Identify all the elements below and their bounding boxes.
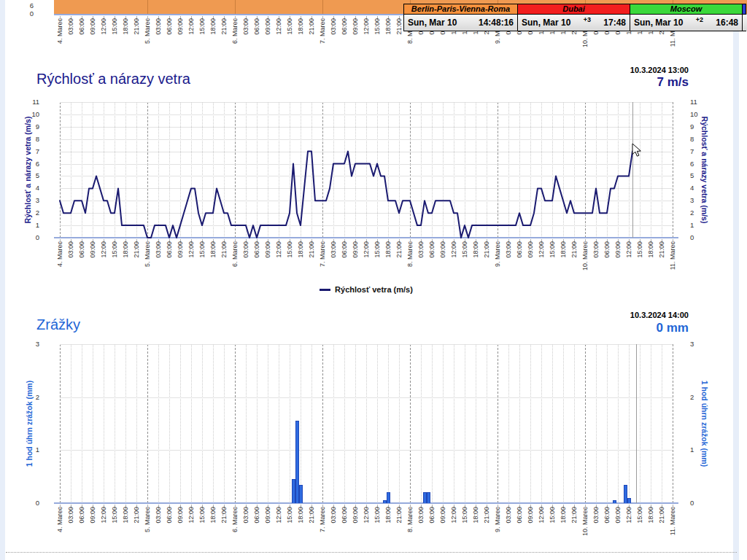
day-divider [235, 0, 236, 14]
x-tick-label: 12:00 [537, 241, 546, 284]
x-tick-label: 5. Marec [143, 18, 152, 61]
section-divider [6, 552, 737, 553]
x-tick-label: 18:00 [471, 507, 480, 549]
x-tick-label: 06:00 [252, 18, 261, 61]
x-tick-label: 18:00 [209, 241, 217, 284]
x-tick-label: 06:00 [77, 507, 86, 549]
x-tick-label: 18:00 [296, 241, 305, 284]
rain-chart-title: Zrážky [36, 316, 80, 333]
x-tick-label: 18:00 [384, 18, 392, 61]
x-tick-label: 21:00 [395, 18, 403, 61]
x-tick-label: 15:00 [110, 18, 119, 61]
y-tick-label: 3 [20, 196, 39, 204]
day-divider [147, 0, 148, 14]
x-tick-label: 18:00 [471, 241, 480, 284]
clock-date: Sun, Mar 10 [408, 18, 457, 28]
y-tick-label: 11 [20, 98, 39, 106]
y-tick-label: 0 [690, 499, 709, 507]
y-tick-label: 0 [20, 233, 39, 241]
wind-chart-timestamp: 10.3.2024 13:00 [470, 66, 689, 74]
y-tick-label: 2 [20, 209, 39, 217]
x-tick-label: 21:00 [657, 241, 666, 284]
x-tick-label: 09:00 [176, 241, 185, 284]
x-tick-label: 03:00 [241, 241, 250, 284]
y-tick-label: 2 [690, 209, 709, 217]
y-tick-label: 1 [690, 221, 709, 229]
x-tick-label: 09:00 [351, 18, 360, 61]
x-tick-label: 09:00 [88, 241, 97, 284]
x-tick-label: 06:00 [515, 241, 524, 284]
x-tick-label: 03:00 [329, 18, 338, 61]
x-tick-label: 03:00 [66, 507, 75, 549]
y-tick-label: 10 [690, 110, 709, 118]
x-tick-label: 15:00 [285, 507, 294, 549]
x-tick-label: 12:00 [274, 507, 283, 549]
x-tick-label: 03:00 [66, 241, 75, 284]
x-tick-label: 21:00 [307, 241, 316, 284]
wind-chart-title: Rýchlosť a nárazy vetra [36, 71, 190, 88]
x-tick-label: 09:00 [263, 507, 272, 549]
y-tick-label: 3 [690, 340, 709, 348]
clock-time: 16:48 [716, 18, 738, 28]
wind-plot-area[interactable] [60, 102, 673, 238]
x-tick-label: 12:00 [274, 18, 283, 61]
legend-line-swatch [320, 289, 330, 291]
x-tick-label: 06:00 [515, 507, 524, 549]
x-tick-label: 10. Marec [581, 507, 589, 549]
x-tick-label: 21:00 [220, 241, 228, 284]
y-tick-label: 10 [20, 110, 39, 118]
x-tick-label: 18:00 [121, 507, 130, 549]
x-tick-label: 15:00 [460, 241, 469, 284]
rain-plot-area[interactable] [60, 344, 673, 503]
x-tick-label: 06:00 [340, 18, 349, 61]
x-tick-label: 18:00 [559, 241, 568, 284]
x-tick-label: 12:00 [449, 507, 458, 549]
x-tick-label: 09:00 [263, 241, 272, 284]
x-tick-label: 10. Marec [581, 241, 589, 284]
x-tick-label: 7. Marec [318, 18, 327, 61]
world-clock-table: Berlin-Paris-Vienna-RomaSun, Mar 1014:48… [403, 4, 746, 31]
x-tick-label: 15:00 [285, 241, 294, 284]
x-tick-label: 21:00 [570, 241, 578, 284]
x-tick-label: 15:00 [373, 507, 382, 549]
x-tick-label: 11. Marec [668, 241, 677, 284]
clock-time: 14:48:16 [479, 18, 514, 28]
x-tick-label: 06:00 [427, 241, 436, 284]
wind-current-value: 7 m/s [470, 75, 689, 90]
x-tick-label: 21:00 [132, 241, 141, 284]
x-tick-label: 8. Marec [406, 241, 414, 284]
weather-dashboard-page: Berlin-Paris-Vienna-RomaSun, Mar 1014:48… [0, 0, 747, 560]
x-tick-label: 03:00 [504, 241, 513, 284]
x-tick-label: 6. Marec [231, 507, 239, 549]
x-tick-label: 15:00 [635, 241, 644, 284]
x-tick-label: 03:00 [592, 241, 600, 284]
x-tick-label: 15:00 [198, 241, 206, 284]
x-tick-label: 6. Marec [231, 18, 239, 61]
mouse-cursor-icon [632, 143, 642, 158]
x-tick-label: 09:00 [438, 241, 447, 284]
x-tick-label: 12:00 [187, 241, 196, 284]
clock-time-row: Sun, Mar 1014:48:16 [404, 15, 517, 31]
x-tick-label: 15:00 [548, 507, 557, 549]
clock-city-name: Moscow [630, 4, 742, 15]
x-tick-label: 6. Marec [231, 241, 239, 284]
y-tick-label: 6 [690, 160, 709, 168]
x-tick-label: 8. Marec [406, 507, 414, 549]
x-tick-label: 09:00 [351, 241, 360, 284]
x-tick-label: 12:00 [362, 507, 371, 549]
y-tick-label: 3 [690, 196, 709, 204]
x-tick-label: 12:00 [624, 507, 633, 549]
x-tick-label: 5. Marec [143, 507, 152, 549]
x-tick-label: 03:00 [241, 507, 250, 549]
x-tick-label: 09:00 [88, 507, 97, 549]
clock-date: Sun, Mar 10 [634, 18, 683, 28]
x-tick-label: 12:00 [187, 507, 196, 549]
clock-city-name: Dubai [518, 4, 630, 15]
clock-date: Sun, Mar 10 [522, 18, 570, 28]
x-tick-label: 12:00 [362, 18, 371, 61]
clock-utc-offset: +3 [584, 16, 591, 23]
x-tick-label: 15:00 [198, 18, 206, 61]
x-tick-label: 03:00 [66, 18, 75, 61]
x-tick-label: 9. Marec [493, 241, 502, 284]
x-tick-label: 06:00 [340, 507, 349, 549]
